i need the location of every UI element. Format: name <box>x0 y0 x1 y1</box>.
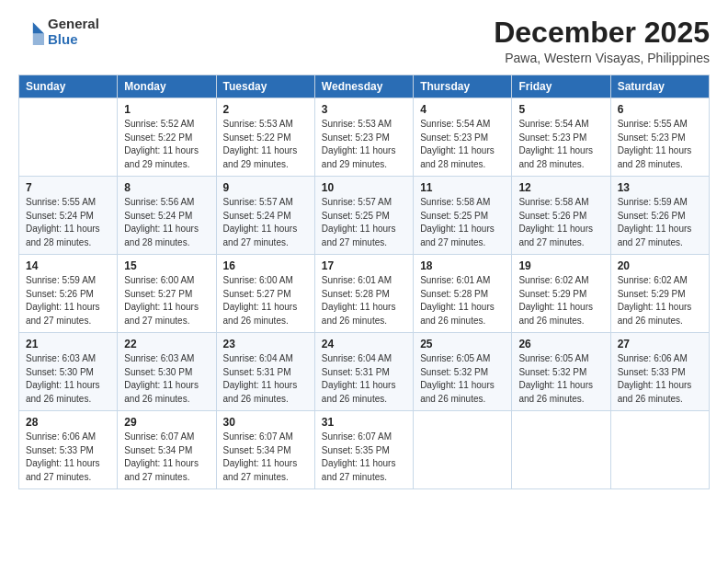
day-number: 22 <box>124 338 209 350</box>
day-info: Sunrise: 6:07 AM Sunset: 5:34 PM Dayligh… <box>223 431 308 484</box>
calendar-cell: 30Sunrise: 6:07 AM Sunset: 5:34 PM Dayli… <box>216 411 314 489</box>
day-info: Sunrise: 5:58 AM Sunset: 5:25 PM Dayligh… <box>420 196 505 249</box>
calendar-cell: 7Sunrise: 5:55 AM Sunset: 5:24 PM Daylig… <box>19 177 118 255</box>
calendar-cell: 1Sunrise: 5:52 AM Sunset: 5:22 PM Daylig… <box>118 98 216 177</box>
day-number: 28 <box>26 416 110 429</box>
week-row-5: 28Sunrise: 6:06 AM Sunset: 5:33 PM Dayli… <box>19 411 710 489</box>
day-number: 31 <box>322 416 406 429</box>
day-info: Sunrise: 6:02 AM Sunset: 5:29 PM Dayligh… <box>518 274 603 327</box>
weekday-thursday: Thursday <box>414 75 512 98</box>
day-number: 25 <box>420 338 505 350</box>
day-number: 13 <box>618 181 702 194</box>
day-number: 14 <box>26 259 110 272</box>
day-info: Sunrise: 6:06 AM Sunset: 5:33 PM Dayligh… <box>618 352 702 406</box>
calendar-cell: 27Sunrise: 6:06 AM Sunset: 5:33 PM Dayli… <box>610 333 709 411</box>
calendar-cell: 10Sunrise: 5:57 AM Sunset: 5:25 PM Dayli… <box>314 177 413 255</box>
month-title: December 2025 <box>494 17 710 49</box>
calendar-cell: 25Sunrise: 6:05 AM Sunset: 5:32 PM Dayli… <box>414 333 512 411</box>
day-number: 26 <box>518 338 603 350</box>
day-info: Sunrise: 5:59 AM Sunset: 5:26 PM Dayligh… <box>26 274 110 327</box>
day-number: 8 <box>124 181 209 194</box>
day-number: 11 <box>420 181 505 194</box>
day-info: Sunrise: 5:57 AM Sunset: 5:24 PM Dayligh… <box>223 196 308 249</box>
day-info: Sunrise: 5:53 AM Sunset: 5:22 PM Dayligh… <box>223 118 308 171</box>
day-number: 3 <box>322 103 406 116</box>
header: General Blue December 2025 Pawa, Western… <box>18 17 710 65</box>
day-number: 18 <box>420 259 505 272</box>
day-number: 4 <box>420 103 505 116</box>
day-info: Sunrise: 5:54 AM Sunset: 5:23 PM Dayligh… <box>518 118 603 171</box>
week-row-4: 21Sunrise: 6:03 AM Sunset: 5:30 PM Dayli… <box>19 333 710 411</box>
calendar-cell <box>512 411 610 489</box>
weekday-friday: Friday <box>512 75 610 98</box>
calendar-cell: 19Sunrise: 6:02 AM Sunset: 5:29 PM Dayli… <box>512 255 610 333</box>
calendar-cell <box>414 411 512 489</box>
weekday-header-row: SundayMondayTuesdayWednesdayThursdayFrid… <box>19 75 710 98</box>
calendar: SundayMondayTuesdayWednesdayThursdayFrid… <box>18 75 710 489</box>
calendar-cell: 5Sunrise: 5:54 AM Sunset: 5:23 PM Daylig… <box>512 98 610 177</box>
calendar-cell: 23Sunrise: 6:04 AM Sunset: 5:31 PM Dayli… <box>216 333 314 411</box>
day-info: Sunrise: 5:55 AM Sunset: 5:24 PM Dayligh… <box>26 196 110 249</box>
calendar-cell: 21Sunrise: 6:03 AM Sunset: 5:30 PM Dayli… <box>19 333 118 411</box>
calendar-cell: 16Sunrise: 6:00 AM Sunset: 5:27 PM Dayli… <box>216 255 314 333</box>
page: General Blue December 2025 Pawa, Western… <box>0 0 728 563</box>
day-info: Sunrise: 6:02 AM Sunset: 5:29 PM Dayligh… <box>618 274 702 327</box>
day-number: 30 <box>223 416 308 429</box>
day-info: Sunrise: 5:52 AM Sunset: 5:22 PM Dayligh… <box>124 118 209 171</box>
weekday-wednesday: Wednesday <box>314 75 413 98</box>
day-number: 5 <box>518 103 603 116</box>
weekday-tuesday: Tuesday <box>216 75 314 98</box>
calendar-cell: 3Sunrise: 5:53 AM Sunset: 5:23 PM Daylig… <box>314 98 413 177</box>
day-number: 20 <box>618 259 702 272</box>
week-row-2: 7Sunrise: 5:55 AM Sunset: 5:24 PM Daylig… <box>19 177 710 255</box>
day-number: 29 <box>124 416 209 429</box>
day-number: 17 <box>322 259 406 272</box>
calendar-cell: 26Sunrise: 6:05 AM Sunset: 5:32 PM Dayli… <box>512 333 610 411</box>
logo: General Blue <box>18 17 99 47</box>
logo-icon <box>18 19 44 45</box>
day-info: Sunrise: 5:55 AM Sunset: 5:23 PM Dayligh… <box>618 118 702 171</box>
day-info: Sunrise: 5:56 AM Sunset: 5:24 PM Dayligh… <box>124 196 209 249</box>
day-info: Sunrise: 6:06 AM Sunset: 5:33 PM Dayligh… <box>26 431 110 484</box>
day-info: Sunrise: 5:58 AM Sunset: 5:26 PM Dayligh… <box>518 196 603 249</box>
week-row-3: 14Sunrise: 5:59 AM Sunset: 5:26 PM Dayli… <box>19 255 710 333</box>
day-number: 23 <box>223 338 308 350</box>
day-info: Sunrise: 6:04 AM Sunset: 5:31 PM Dayligh… <box>322 352 406 406</box>
calendar-cell: 12Sunrise: 5:58 AM Sunset: 5:26 PM Dayli… <box>512 177 610 255</box>
day-number: 12 <box>518 181 603 194</box>
day-number: 16 <box>223 259 308 272</box>
calendar-cell: 2Sunrise: 5:53 AM Sunset: 5:22 PM Daylig… <box>216 98 314 177</box>
calendar-cell: 18Sunrise: 6:01 AM Sunset: 5:28 PM Dayli… <box>414 255 512 333</box>
day-info: Sunrise: 6:07 AM Sunset: 5:34 PM Dayligh… <box>124 431 209 484</box>
calendar-cell: 14Sunrise: 5:59 AM Sunset: 5:26 PM Dayli… <box>19 255 118 333</box>
day-info: Sunrise: 5:54 AM Sunset: 5:23 PM Dayligh… <box>420 118 505 171</box>
weekday-monday: Monday <box>118 75 216 98</box>
day-info: Sunrise: 6:05 AM Sunset: 5:32 PM Dayligh… <box>518 352 603 406</box>
calendar-cell: 17Sunrise: 6:01 AM Sunset: 5:28 PM Dayli… <box>314 255 413 333</box>
week-row-1: 1Sunrise: 5:52 AM Sunset: 5:22 PM Daylig… <box>19 98 710 177</box>
calendar-cell: 4Sunrise: 5:54 AM Sunset: 5:23 PM Daylig… <box>414 98 512 177</box>
day-info: Sunrise: 6:04 AM Sunset: 5:31 PM Dayligh… <box>223 352 308 406</box>
day-info: Sunrise: 6:05 AM Sunset: 5:32 PM Dayligh… <box>420 352 505 406</box>
calendar-cell: 28Sunrise: 6:06 AM Sunset: 5:33 PM Dayli… <box>19 411 118 489</box>
calendar-cell: 9Sunrise: 5:57 AM Sunset: 5:24 PM Daylig… <box>216 177 314 255</box>
day-info: Sunrise: 6:03 AM Sunset: 5:30 PM Dayligh… <box>124 352 209 406</box>
svg-rect-3 <box>18 19 33 45</box>
day-info: Sunrise: 5:57 AM Sunset: 5:25 PM Dayligh… <box>322 196 406 249</box>
title-block: December 2025 Pawa, Western Visayas, Phi… <box>494 17 710 65</box>
day-number: 2 <box>223 103 308 116</box>
calendar-cell: 20Sunrise: 6:02 AM Sunset: 5:29 PM Dayli… <box>610 255 709 333</box>
calendar-cell <box>610 411 709 489</box>
day-number: 7 <box>26 181 110 194</box>
calendar-cell: 13Sunrise: 5:59 AM Sunset: 5:26 PM Dayli… <box>610 177 709 255</box>
day-info: Sunrise: 5:59 AM Sunset: 5:26 PM Dayligh… <box>618 196 702 249</box>
day-info: Sunrise: 5:53 AM Sunset: 5:23 PM Dayligh… <box>322 118 406 171</box>
day-info: Sunrise: 6:01 AM Sunset: 5:28 PM Dayligh… <box>420 274 505 327</box>
day-info: Sunrise: 6:00 AM Sunset: 5:27 PM Dayligh… <box>223 274 308 327</box>
logo-general: General <box>48 17 99 32</box>
day-info: Sunrise: 6:07 AM Sunset: 5:35 PM Dayligh… <box>322 431 406 484</box>
day-info: Sunrise: 6:00 AM Sunset: 5:27 PM Dayligh… <box>124 274 209 327</box>
calendar-cell: 24Sunrise: 6:04 AM Sunset: 5:31 PM Dayli… <box>314 333 413 411</box>
calendar-cell: 22Sunrise: 6:03 AM Sunset: 5:30 PM Dayli… <box>118 333 216 411</box>
calendar-cell: 11Sunrise: 5:58 AM Sunset: 5:25 PM Dayli… <box>414 177 512 255</box>
